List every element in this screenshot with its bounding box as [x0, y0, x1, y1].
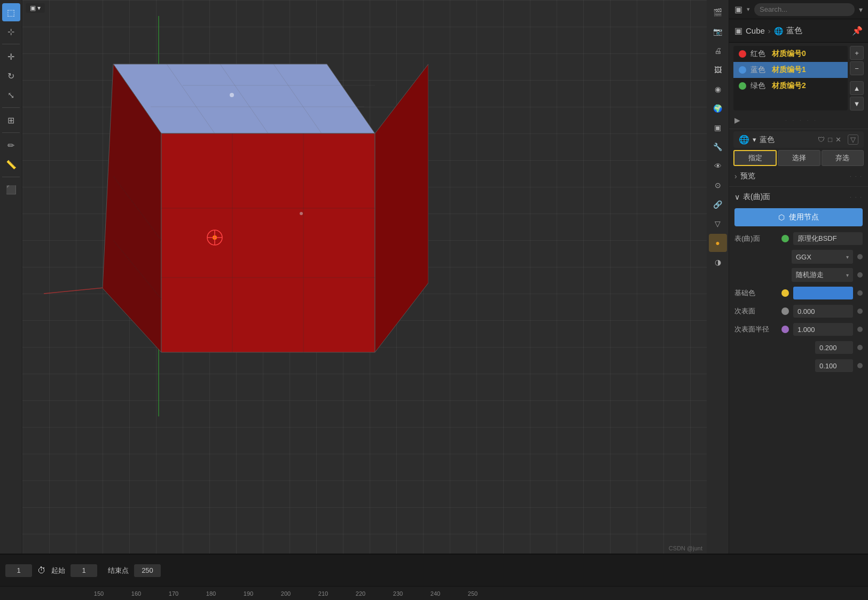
random-walk-dropdown[interactable]: 随机游走 ▾ — [792, 268, 853, 282]
random-walk-arrow-icon: ▾ — [846, 272, 849, 278]
preview-arrow-icon: › — [734, 172, 737, 180]
preview-section-header[interactable]: › 预览 · · · — [729, 168, 868, 184]
base-color-label: 基础色 — [734, 288, 777, 298]
particles-icon[interactable]: 👁 — [709, 157, 727, 175]
base-color-swatch[interactable] — [793, 287, 853, 299]
material-icon[interactable]: ● — [709, 234, 727, 252]
search-input[interactable] — [754, 3, 855, 16]
play-btn-icon[interactable]: ⏱ — [37, 566, 46, 575]
select-button[interactable]: 选择 — [778, 150, 820, 166]
view-layer-icon[interactable]: 🖼 — [709, 61, 727, 79]
annotate-icon[interactable]: ✏ — [2, 136, 20, 154]
shader-value[interactable]: 原理化BSDF — [793, 232, 863, 245]
ruler-190: 190 — [230, 590, 267, 597]
ruler-170: 170 — [155, 590, 192, 597]
add-material-button[interactable]: + — [850, 46, 864, 60]
pin-icon[interactable]: 📌 — [852, 26, 863, 36]
viewport-shading-btn[interactable]: ▣ ▾ — [26, 3, 45, 13]
preview-dots: · · · — [850, 173, 863, 179]
svg-point-21 — [300, 212, 303, 215]
subsurface-radius-row: 次表面半径 1.000 — [729, 320, 868, 338]
filter-material-icon[interactable]: ▽ — [848, 135, 858, 145]
material-list-footer: ▶ · · · · · — [729, 114, 868, 127]
reorder-material-down-button[interactable]: ▼ — [850, 97, 864, 110]
toolbar-separator-2 — [2, 107, 20, 108]
bottom-area: ⏱ 起始 结束点 150 160 170 180 190 200 210 220… — [0, 554, 868, 600]
right-wrapper: 🎬 📷 🖨 🖼 ◉ 🌍 ▣ 🔧 👁 ⊙ 🔗 ▽ ● ◑ ▣ ▾ ▾ — [707, 0, 868, 554]
ruler-150: 150 — [80, 590, 118, 597]
rotate-icon[interactable]: ↻ — [2, 67, 20, 85]
separator — [729, 129, 868, 129]
subsurface-radius-2-value[interactable]: 0.200 — [815, 341, 853, 354]
breadcrumb-separator: › — [768, 27, 771, 35]
cursor-icon[interactable]: ⊹ — [2, 22, 20, 41]
main-area: ⬚ ⊹ ✛ ↻ ⤡ ⊞ ✏ 📏 ⬛ — [0, 0, 868, 554]
assign-button[interactable]: 指定 — [733, 150, 777, 166]
selected-material-name: 蓝色 — [760, 135, 815, 145]
ruler-210: 210 — [304, 590, 342, 597]
subsurface-value[interactable]: 0.000 — [793, 305, 853, 318]
subsurface-radius-3-row: 0.100 — [729, 357, 868, 375]
end-label: 结束点 — [108, 566, 129, 575]
physics-icon[interactable]: ⊙ — [709, 176, 727, 194]
material-item-blue[interactable]: 蓝色 材质编号1 — [733, 62, 848, 78]
use-nodes-button[interactable]: ⬡ 使用节点 — [734, 208, 863, 226]
use-nodes-label: 使用节点 — [789, 212, 819, 222]
filter-dropdown-icon[interactable]: ▾ — [859, 5, 863, 14]
view-dropdown[interactable]: ▾ — [747, 6, 750, 13]
current-frame-input[interactable] — [5, 564, 32, 577]
subsurface-radius-1[interactable]: 1.000 — [793, 323, 853, 336]
output-icon[interactable]: 🖨 — [709, 42, 727, 60]
close-material-icon[interactable]: ✕ — [835, 136, 841, 144]
mat-selector-arrow[interactable]: ▾ — [753, 136, 756, 144]
deselect-button[interactable]: 弃选 — [822, 150, 864, 166]
breadcrumb-material-icon: 🌐 — [774, 27, 783, 35]
scale-icon[interactable]: ⤡ — [2, 86, 20, 104]
panel-content: ▣ ▾ ▾ ▣ Cube › 🌐 蓝色 📌 红色 — [729, 0, 868, 554]
data-icon[interactable]: ▽ — [709, 215, 727, 233]
remove-material-button[interactable]: − — [850, 61, 864, 75]
object-icon: ▣ — [734, 26, 742, 36]
surface-section-header[interactable]: ∨ 表(曲)面 · · · — [729, 189, 868, 205]
base-color-prop-dot — [857, 290, 863, 296]
material-section: 红色 材质编号0 蓝色 材质编号1 绿色 材质编号2 + — [733, 46, 864, 110]
breadcrumb-object-name[interactable]: Cube — [746, 26, 765, 35]
svg-marker-5 — [375, 64, 428, 352]
world-icon[interactable]: 🌍 — [709, 99, 727, 117]
material-item-red[interactable]: 红色 材质编号0 — [733, 46, 848, 62]
random-walk-label: 随机游走 — [796, 270, 824, 280]
ruler-240: 240 — [417, 590, 454, 597]
toolbar-separator — [2, 44, 20, 44]
material-item-green[interactable]: 绿色 材质编号2 — [733, 78, 848, 94]
material-name-green: 绿色 — [750, 81, 765, 91]
play-icon[interactable]: ▶ — [734, 116, 740, 124]
material-slot-blue: 材质编号1 — [772, 65, 806, 75]
start-frame-input[interactable] — [71, 564, 97, 577]
viewport[interactable]: ▣ ▾ CSDN @junt — [22, 0, 707, 554]
scene-icon[interactable]: 🎬 — [709, 3, 727, 21]
ggx-dropdown[interactable]: GGX ▾ — [792, 250, 853, 264]
shading-icon[interactable]: ◑ — [709, 253, 727, 271]
ruler-bar: 150 160 170 180 190 200 210 220 230 240 … — [0, 586, 868, 600]
scene-props-icon[interactable]: ◉ — [709, 80, 727, 98]
transform-icon[interactable]: ⊞ — [2, 111, 20, 129]
red-dot — [739, 50, 746, 58]
copy-material-icon[interactable]: □ — [828, 136, 832, 144]
surface-prop-label: 表(曲)面 — [734, 234, 777, 243]
end-frame-input[interactable] — [134, 564, 161, 577]
modifier-icon[interactable]: 🔧 — [709, 138, 727, 156]
sep2 — [729, 186, 868, 187]
subsurface-prop-dot — [857, 309, 863, 314]
constraints-icon[interactable]: 🔗 — [709, 195, 727, 214]
subsurface-radius-3-value[interactable]: 0.100 — [815, 359, 853, 372]
render-icon[interactable]: 📷 — [709, 22, 727, 41]
add-cube-icon[interactable]: ⬛ — [2, 180, 20, 199]
reorder-material-button[interactable]: ▲ — [850, 81, 864, 95]
shield-icon[interactable]: 🛡 — [818, 136, 825, 144]
measure-icon[interactable]: 📏 — [2, 155, 20, 173]
select-box-icon[interactable]: ⬚ — [2, 3, 20, 21]
material-name-red: 红色 — [750, 49, 765, 59]
object-icon[interactable]: ▣ — [709, 119, 727, 137]
move-icon[interactable]: ✛ — [2, 48, 20, 66]
breadcrumb-material-name[interactable]: 蓝色 — [786, 26, 802, 36]
